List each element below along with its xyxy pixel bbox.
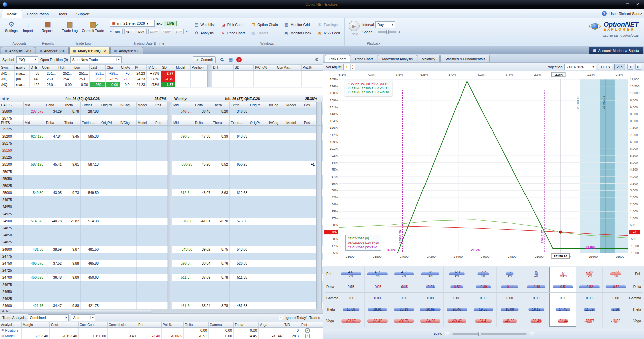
up-icon[interactable]: ▲: [351, 64, 355, 67]
trade-select[interactable]: Start New Trade ▾: [70, 56, 122, 63]
vertical-scrollbar[interactable]: [168, 140, 172, 147]
vertical-scrollbar[interactable]: [168, 161, 172, 168]
option-row[interactable]: 25150: [0, 147, 323, 154]
option-row[interactable]: 25050: [0, 175, 323, 182]
option-row[interactable]: 24775: [0, 253, 323, 260]
down-icon[interactable]: ▼: [351, 67, 355, 70]
option-chain-button[interactable]: ⊞Option Chain: [248, 21, 280, 28]
vertical-scrollbar[interactable]: [168, 147, 172, 154]
vertical-scrollbar[interactable]: [316, 260, 322, 267]
vertical-scrollbar[interactable]: [168, 115, 172, 120]
vertical-scrollbar[interactable]: [316, 203, 322, 211]
vertical-scrollbar[interactable]: [316, 211, 322, 218]
vertical-scrollbar[interactable]: [168, 126, 172, 133]
minimize-button[interactable]: –: [612, 0, 622, 9]
trade-log-button[interactable]: ▤ Trade Log: [60, 19, 79, 34]
prev-expiry-button[interactable]: ◀: [2, 97, 5, 100]
vertical-scrollbar[interactable]: [168, 253, 172, 260]
next-expiry-button[interactable]: ▶: [7, 97, 9, 100]
futures-row[interactable]: /NQ...jun...148253...254...253...253...-…: [0, 76, 323, 82]
vertical-scrollbar[interactable]: [168, 120, 172, 125]
scroll-left-icon[interactable]: ◀: [1, 310, 5, 313]
rewind-icon[interactable]: «: [110, 30, 112, 33]
analysis-row[interactable]: ⊞Model5,853.40-1,193.401,190.003.40-3.40…: [0, 333, 323, 339]
price-chart-button[interactable]: ≈Price Chart: [218, 29, 247, 37]
step-5m-back-button[interactable]: 5m-: [114, 29, 123, 34]
tab-volatility[interactable]: Volatility: [418, 55, 440, 62]
vertical-scrollbar[interactable]: [168, 274, 172, 281]
option-row[interactable]: 25800287.87534.29-8.78287.88346.8...36.4…: [0, 108, 323, 115]
menu-configuration[interactable]: Configuration: [23, 10, 53, 18]
step-day-fwd-button[interactable]: Day+: [148, 29, 159, 34]
vertical-scrollbar[interactable]: [316, 239, 322, 246]
reports-button[interactable]: ▦ Reports: [40, 19, 56, 34]
option-row[interactable]: 25075: [0, 168, 323, 175]
vol-adjust-spinner[interactable]: 0 ▲▼: [343, 64, 355, 70]
vertical-scrollbar[interactable]: [316, 182, 322, 189]
step-45m-back-button[interactable]: 45m-: [124, 29, 135, 34]
help-icon[interactable]: ?: [602, 11, 607, 16]
scroll-right-icon[interactable]: ▶: [5, 310, 9, 313]
slider-thumb[interactable]: [478, 332, 481, 336]
vertical-scrollbar[interactable]: [168, 189, 172, 196]
vertical-scrollbar[interactable]: [316, 147, 322, 154]
zoom-search-icon[interactable]: [218, 56, 225, 63]
cancel-icon[interactable]: ✕: [236, 57, 242, 62]
vertical-scrollbar[interactable]: [168, 260, 172, 267]
option-row[interactable]: 25025: [0, 182, 323, 189]
step-5m-fwd-button[interactable]: 5m+: [174, 29, 184, 34]
option-row[interactable]: 24925: [0, 211, 323, 218]
vertical-scrollbar[interactable]: [168, 267, 172, 274]
vertical-scrollbar[interactable]: [207, 82, 212, 87]
option-row[interactable]: 24600421.75-34.47-9.88421.75481.6...-35.…: [0, 302, 323, 309]
option-row[interactable]: 24875: [0, 225, 323, 232]
option-row[interactable]: 25100587.125-45.41-9.61587.13650.25-45.2…: [0, 161, 323, 168]
vertical-scrollbar[interactable]: [316, 232, 322, 239]
vertical-scrollbar[interactable]: [168, 168, 172, 175]
vertical-scrollbar[interactable]: [316, 295, 322, 302]
lines-toggle-button[interactable]: 2Ln: [614, 64, 625, 70]
option-row[interactable]: 24825: [0, 239, 323, 246]
vertical-scrollbar[interactable]: [316, 108, 322, 115]
close-icon[interactable]: ✕: [103, 49, 106, 53]
live-button[interactable]: LIVE: [164, 21, 177, 26]
tab-statistics-fundamentals[interactable]: Statistics & Fundamentals: [440, 55, 490, 62]
plot-checkbox[interactable]: ✔: [305, 334, 310, 338]
puts-table[interactable]: 2522525200627.125-47.84-9.45585.38690.3.…: [0, 126, 323, 309]
play-button[interactable]: ▶: [349, 21, 360, 31]
vertical-scrollbar[interactable]: [168, 288, 172, 295]
vertical-scrollbar[interactable]: [168, 239, 172, 246]
vertical-scrollbar[interactable]: [207, 76, 212, 82]
zoom-out-button[interactable]: −: [445, 332, 449, 336]
menu-home[interactable]: Home: [2, 10, 22, 18]
speed-plus-icon[interactable]: +: [398, 30, 400, 34]
vertical-scrollbar[interactable]: [168, 211, 172, 218]
vertical-scrollbar[interactable]: [316, 102, 322, 108]
vertical-scrollbar[interactable]: [168, 196, 172, 203]
tab-analysis-spx[interactable]: ▦Analysis: SPX: [1, 47, 35, 54]
futures-row[interactable]: /NQ...mar...422260...0.000.00260...0.000…: [0, 82, 323, 88]
risk-chart-area[interactable]: 185%11,000176%10,500168%10,000159%9,5001…: [323, 71, 644, 266]
vertical-scrollbar[interactable]: [316, 126, 322, 133]
vertical-scrollbar[interactable]: [168, 232, 172, 239]
speed-minus-icon[interactable]: −: [374, 30, 376, 34]
futures-row[interactable]: /NQ...mar...58251...252...251...251...+2…: [0, 71, 323, 76]
analysis-mode-select[interactable]: Combined ▾: [28, 314, 69, 321]
vertical-scrollbar[interactable]: [316, 115, 322, 120]
commit-trade-button[interactable]: ▤✔ Commit Trade: [80, 19, 106, 34]
option-row[interactable]: 24650: [0, 288, 323, 295]
vertical-scrollbar[interactable]: [168, 281, 172, 288]
option-row[interactable]: 24750465.875-37.52-9.88465.88526.8...-38…: [0, 260, 323, 267]
vertical-scrollbar[interactable]: [316, 196, 322, 203]
forward-icon[interactable]: »: [185, 30, 188, 33]
vertical-scrollbar[interactable]: [316, 274, 322, 281]
vertical-scrollbar[interactable]: [316, 189, 322, 196]
window-layout-icon[interactable]: ▦: [227, 56, 234, 63]
vertical-scrollbar[interactable]: [316, 175, 322, 182]
option-row[interactable]: 24625: [0, 295, 323, 302]
vertical-scrollbar[interactable]: [316, 154, 322, 161]
option-row[interactable]: 24675: [0, 281, 323, 288]
monitor-grid-button[interactable]: ▦Monitor Grid: [282, 21, 314, 28]
expand-icon[interactable]: ⊞: [1, 329, 4, 332]
tab-price-chart[interactable]: Price Chart: [351, 55, 377, 62]
